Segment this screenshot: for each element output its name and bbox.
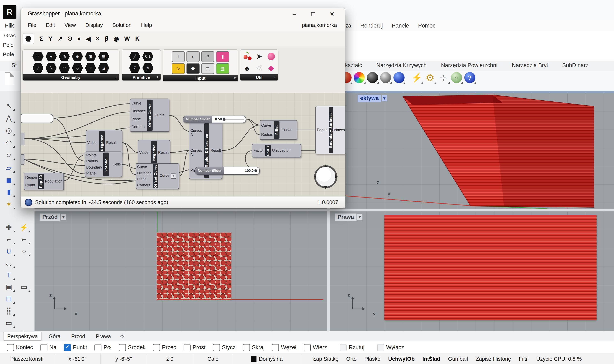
gh-tab-surface[interactable]: ♦ xyxy=(75,35,83,42)
gh-menu-help[interactable]: Help xyxy=(141,22,152,28)
chevron-down-icon[interactable] xyxy=(357,214,363,220)
menu-plik[interactable]: Plik xyxy=(5,23,14,29)
color-wheel-icon[interactable] xyxy=(354,72,365,83)
tab-standard[interactable]: St xyxy=(12,62,17,69)
select-pointer-icon[interactable]: ↖ xyxy=(2,100,15,111)
status-cplane[interactable]: PłaszczKonstr xyxy=(0,354,54,364)
viewport-right[interactable]: z y Prawa xyxy=(330,211,614,331)
gray-sphere-icon[interactable] xyxy=(380,72,391,83)
viewport-splitter-horizontal[interactable] xyxy=(35,208,614,211)
toggle-lap-siatke[interactable]: Łap Siatkę xyxy=(313,356,339,362)
gh-geometry-icon[interactable]: ◎ xyxy=(59,51,70,62)
gh-slider-stub[interactable] xyxy=(21,114,53,123)
canvas-navigation-ball[interactable] xyxy=(313,164,339,190)
gh-menu-solution[interactable]: Solution xyxy=(112,22,132,28)
gh-canvas[interactable]: RegionCount Pop 2D Population Value Nega… xyxy=(21,92,345,196)
lightning-icon[interactable] xyxy=(411,72,422,83)
blue-sphere-icon[interactable] xyxy=(393,72,405,83)
arc-icon[interactable]: ◠ xyxy=(2,137,15,148)
gh-component-pop2d[interactable]: RegionCount Pop 2D Population xyxy=(24,173,64,190)
viewport-label-right[interactable]: Prawa xyxy=(335,213,363,221)
viewport-label-front[interactable]: Przód xyxy=(40,213,66,221)
circle-icon[interactable]: ◎ xyxy=(2,125,15,136)
view-tab-przod[interactable]: Przód xyxy=(67,332,89,340)
earth-sphere-icon[interactable] xyxy=(451,72,462,83)
gh-geometry-icon[interactable]: ◠ xyxy=(59,63,70,73)
osnap-wierz[interactable]: Wierz xyxy=(304,344,327,351)
boolean-icon[interactable]: ∪ xyxy=(2,246,15,257)
button-object-icon[interactable]: ⊥ xyxy=(172,51,185,62)
gh-primitive-icon[interactable]: A xyxy=(142,63,154,73)
gh-geometry-icon[interactable]: ▣ xyxy=(85,51,96,62)
grasshopper-titlebar[interactable]: Grasshopper - piana,komorka xyxy=(21,8,345,20)
osnap-na[interactable]: Na xyxy=(40,344,57,351)
new-file-icon[interactable] xyxy=(5,72,14,84)
menu-renderuj[interactable]: Renderuj xyxy=(360,23,383,29)
move-icon[interactable]: ✚ xyxy=(2,222,15,233)
gh-tab-kangaroo[interactable]: K xyxy=(132,35,142,42)
gh-geometry-icon[interactable]: ○ xyxy=(85,63,96,73)
slider-object-icon[interactable]: ▮ xyxy=(216,51,229,62)
gh-component-voronoi[interactable]: PointsRadius BoundaryPlane Voronoi Cells xyxy=(85,152,122,177)
menu-pomoc[interactable]: Pomoc xyxy=(418,23,435,29)
status-units[interactable]: Cale xyxy=(193,354,233,364)
help-sphere-icon[interactable] xyxy=(464,72,475,83)
gh-geometry-icon[interactable]: ◇ xyxy=(72,63,83,73)
text-icon[interactable]: T xyxy=(2,269,15,280)
value-list-icon[interactable]: ≣ xyxy=(201,63,214,74)
osnap-wezel[interactable]: Węzeł xyxy=(272,344,296,351)
gh-menu-view[interactable]: View xyxy=(65,22,76,28)
view-tab-prawa[interactable]: Prawa xyxy=(92,332,115,340)
chevron-down-icon[interactable] xyxy=(382,95,387,101)
menu-panele[interactable]: Panele xyxy=(392,23,409,29)
gh-tab-vector[interactable]: ↗ xyxy=(55,35,65,42)
gh-panel-label[interactable]: Util xyxy=(240,74,278,80)
blocks-icon[interactable]: ▣ xyxy=(2,281,15,292)
surface-icon[interactable]: ▱ xyxy=(2,162,15,173)
viewport-front[interactable]: z x Przód xyxy=(35,211,327,331)
gh-component-offset-curve[interactable]: CurveDistance PlaneCorners Offset Curve … xyxy=(130,99,169,132)
tab-subd[interactable]: SubD narz xyxy=(562,62,588,69)
gh-tab-transform[interactable]: β xyxy=(102,35,111,42)
knob-object-icon[interactable]: ? xyxy=(201,51,214,62)
osnap-przec[interactable]: Przec xyxy=(153,344,176,351)
gh-primitive-icon[interactable]: 7 xyxy=(129,63,141,73)
array-dots-icon[interactable]: ⣿ xyxy=(2,305,15,316)
gh-clipped-component[interactable] xyxy=(21,154,25,165)
view-tab-gora[interactable]: Góra xyxy=(45,332,64,340)
gh-panel-label[interactable]: Primitive xyxy=(122,74,161,80)
back-arrow-icon[interactable] xyxy=(254,63,264,73)
cplane-axes-icon[interactable] xyxy=(438,72,449,83)
gh-component-fillet[interactable]: CurveRadius Fillet Curve xyxy=(260,120,297,140)
gh-component-boundary-surfaces[interactable]: Edges Boundary Surfaces Surfaces xyxy=(315,106,345,154)
gh-geometry-icon[interactable]: ● xyxy=(45,51,57,62)
maximize-button[interactable] xyxy=(304,9,323,19)
fillet-icon[interactable]: ⌐ xyxy=(2,234,15,245)
grasshopper-window[interactable]: Grasshopper - piana,komorka File Edit Vi… xyxy=(21,8,345,208)
toggle-zapisz-historie[interactable]: Zapisz Historię xyxy=(476,356,511,362)
gh-number-slider[interactable]: Number Slider 0.50 xyxy=(183,116,246,123)
osnap-stycz[interactable]: Stycz xyxy=(213,344,235,351)
gh-geometry-icon[interactable]: ╱ xyxy=(32,63,44,73)
circle2-icon[interactable]: ○ xyxy=(18,246,30,257)
fruits-icon[interactable] xyxy=(242,51,252,62)
four-view-toggle-icon[interactable] xyxy=(120,333,124,339)
osnap-skraj[interactable]: Skraj xyxy=(243,344,265,351)
gh-menu-file[interactable]: File xyxy=(28,22,36,28)
gh-primitive-icon[interactable]: 0.1 xyxy=(142,51,154,62)
tab-narzedzia-powierzchni[interactable]: Narzędzia Powierzchni xyxy=(441,62,497,69)
expand-icon[interactable]: + xyxy=(171,173,176,179)
rectangle2-icon[interactable]: ▭ xyxy=(18,281,30,292)
panel-object-icon[interactable]: ⬬ xyxy=(186,63,200,74)
gh-geometry-icon[interactable]: ◆ xyxy=(72,51,83,62)
gh-tab-sets[interactable]: Y xyxy=(46,35,55,42)
box-icon[interactable]: ◼ xyxy=(2,174,15,186)
gh-tab-mesh[interactable]: ◀ xyxy=(83,35,93,42)
galapagos-icon[interactable] xyxy=(266,63,276,73)
gh-tab-curve[interactable]: Ͽ xyxy=(65,35,75,42)
gh-clipped-component[interactable] xyxy=(21,133,25,145)
toggle-plasko[interactable]: Płasko xyxy=(364,356,380,362)
trim-icon[interactable]: ⌐ xyxy=(18,234,30,245)
cylinder-icon[interactable]: ▮ xyxy=(2,186,15,197)
toggle-filtr[interactable]: Filtr xyxy=(519,356,528,362)
